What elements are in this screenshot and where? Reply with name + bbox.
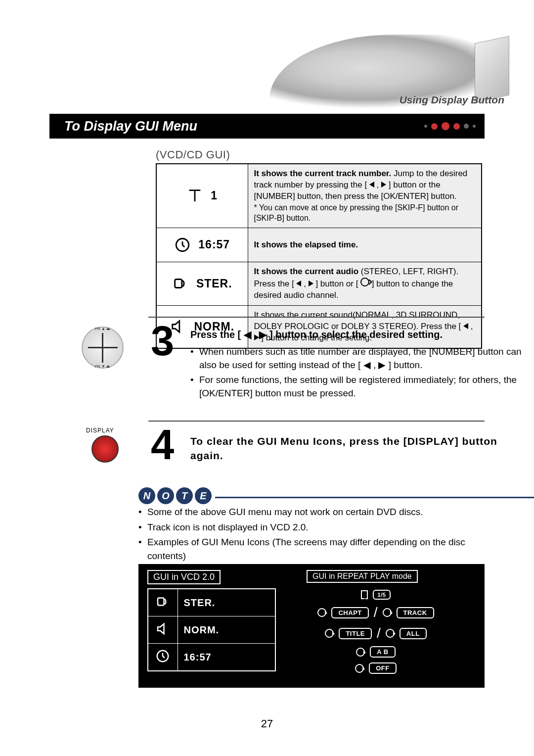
display-button-label: DISPLAY xyxy=(86,427,114,434)
speaker-icon xyxy=(155,621,170,636)
step3-bullet: When numbers such as title number are di… xyxy=(190,345,527,372)
svg-rect-2 xyxy=(158,598,164,606)
example-box: GUI in VCD 2.0 STER. NORM. 16:57 GUI in … xyxy=(138,564,485,688)
note-bullet: Examples of GUI Menu Icons (The screens … xyxy=(138,535,485,563)
repeat-icon xyxy=(325,629,334,638)
step-4-block: DISPLAY 4 To clear the GUI Menu Icons, p… xyxy=(49,421,485,463)
track-icon xyxy=(186,188,203,204)
bookmark-icon xyxy=(361,590,368,599)
track-value: 1 xyxy=(211,188,218,203)
repeat-icon xyxy=(356,648,365,657)
track-desc: It shows the current track number. It sh… xyxy=(254,168,476,224)
page-title: To Display GUI Menu xyxy=(64,119,197,134)
panel-graphic xyxy=(475,36,509,103)
repeat-icon xyxy=(386,629,395,638)
repeat-icon xyxy=(355,664,364,673)
vcd-gui-label: (VCD/CD GUI) xyxy=(156,148,230,161)
clock-icon xyxy=(155,649,170,663)
step4-heading: To clear the GUI Menu Icons, press the [… xyxy=(190,434,517,463)
dpad-icon: PR ▲ ⏏ PR ▼ ⏏ xyxy=(82,327,124,369)
page-number: 27 xyxy=(0,717,534,730)
audio-value: STER. xyxy=(196,276,232,291)
table-row: STER. It shows the current audio (STEREO… xyxy=(156,262,482,306)
col2-label: GUI in REPEAT PLAY mode xyxy=(307,570,418,583)
repeat-icon xyxy=(383,608,392,617)
time-desc: It shows the elapsed time. xyxy=(254,240,358,249)
decorative-dots xyxy=(424,122,476,130)
svg-rect-1 xyxy=(175,280,182,288)
note-bullet: Some of the above GUI menu may not work … xyxy=(138,505,485,519)
display-button-icon xyxy=(91,435,119,463)
note-bullet: Track icon is not displayed in VCD 2.0. xyxy=(138,520,485,534)
repeat-icon xyxy=(317,608,326,617)
bookmark-chip: 1/5 xyxy=(373,590,391,600)
audio-icon xyxy=(155,594,170,609)
note-block: N O T E Some of the above GUI menu may n… xyxy=(138,487,485,564)
vcd2-table: STER. NORM. 16:57 xyxy=(147,588,276,671)
title-bar: To Display GUI Menu xyxy=(49,114,485,139)
step3-bullet: For some functions, the setting will be … xyxy=(190,374,527,400)
col1-label: GUI in VCD 2.0 xyxy=(147,570,221,584)
audio-desc: It shows the current audio (STEREO, LEFT… xyxy=(254,266,476,301)
table-row: 16:57 It shows the elapsed time. xyxy=(156,228,482,262)
step-number-3: 3 xyxy=(151,324,174,358)
header-subtitle: Using Display Button xyxy=(400,94,504,106)
audio-icon xyxy=(172,275,189,292)
note-badge-row: N O T E xyxy=(138,487,485,504)
step-number-4: 4 xyxy=(151,428,174,462)
table-row: 1 It shows the current track number. It … xyxy=(156,164,482,228)
step-3-block: PR ▲ ⏏ PR ▼ ⏏ 3 Press the [ ◀ , ▶ ] butt… xyxy=(49,317,485,402)
time-value: 16:57 xyxy=(198,237,230,252)
step3-heading: Press the [ ◀ , ▶ ] button to select the… xyxy=(190,329,527,340)
clock-icon xyxy=(174,236,191,253)
